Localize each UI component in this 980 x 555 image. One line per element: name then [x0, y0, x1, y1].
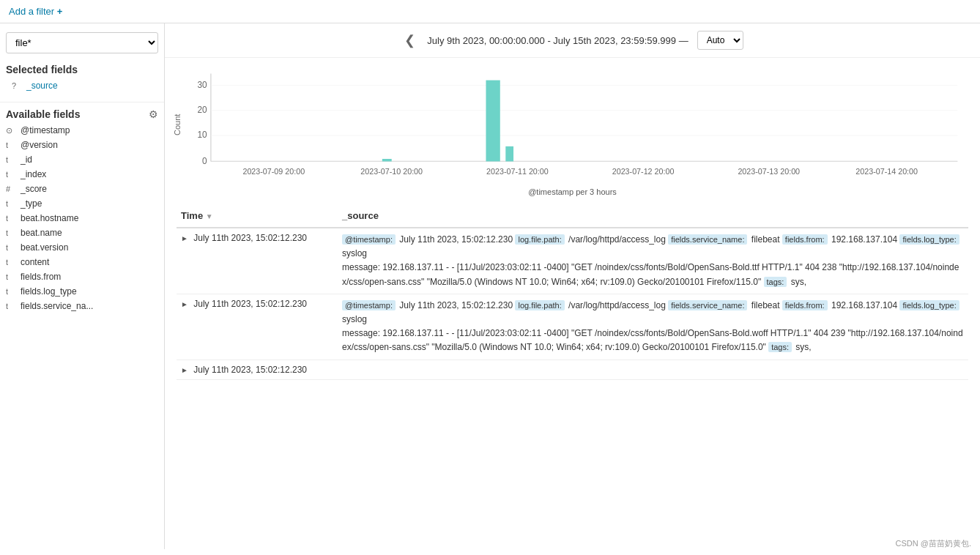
svg-text:2023-07-10 20:00: 2023-07-10 20:00 [360, 166, 423, 175]
index-pattern-selector[interactable]: file* [0, 29, 164, 56]
field-name-beat-version: beat.version [21, 242, 68, 253]
field-item-type[interactable]: t _type [0, 196, 164, 211]
available-fields-list: ⊙ @timestamp t @version t _id t _index #… [0, 123, 164, 313]
field-type-t8: t [6, 258, 16, 267]
field-name-beat-name: beat.name [21, 228, 62, 238]
field-item-timestamp[interactable]: ⊙ @timestamp [0, 123, 164, 138]
source-col-label: _source [342, 210, 379, 221]
field-name-id: _id [21, 154, 32, 165]
field-item-fields-service-name[interactable]: t fields.service_na... [0, 299, 164, 313]
field-type-t11: t [6, 302, 16, 310]
svg-rect-16 [382, 159, 392, 161]
time-cell: ► July 11th 2023, 15:02:12.230 [177, 228, 338, 294]
field-type-t4: t [6, 199, 16, 208]
field-tag-timestamp: @timestamp: [342, 234, 396, 245]
main-layout: file* Selected fields ? _source Availabl… [0, 23, 980, 549]
watermark: CSDN @苗苗奶黄包. [896, 538, 971, 549]
table-row: ► July 11th 2023, 15:02:12.230 @timestam… [177, 228, 968, 294]
add-filter-link[interactable]: Add a filter + [9, 6, 62, 17]
field-type-t9: t [6, 272, 16, 281]
field-tag-service-name: fields.service_name: [668, 234, 747, 245]
source-cell: @timestamp: July 11th 2023, 15:02:12.230… [338, 228, 968, 294]
svg-rect-18 [505, 146, 513, 162]
chart-area: Count 0 10 20 30 2023-07-09 2 [165, 58, 980, 204]
svg-text:2023-07-09 20:00: 2023-07-09 20:00 [242, 166, 305, 175]
interval-select[interactable]: Auto [697, 31, 743, 50]
date-range-text: July 9th 2023, 00:00:00.000 - July 15th … [427, 35, 688, 46]
svg-text:0: 0 [202, 156, 207, 166]
available-fields-header: Available fields ⚙ [0, 105, 164, 123]
field-type-t1: t [6, 141, 16, 149]
field-type-t10: t [6, 287, 16, 296]
field-tag-fields-from: fields.from: [782, 234, 828, 245]
col-header-source: _source [338, 204, 968, 228]
field-name-source: _source [26, 81, 58, 91]
field-tag-logfilepath2: log.file.path: [515, 300, 564, 310]
field-item-beat-name[interactable]: t beat.name [0, 226, 164, 240]
field-item-score[interactable]: # _score [0, 182, 164, 196]
field-tag-tags1: tags: [764, 277, 787, 287]
field-item-version[interactable]: t @version [0, 138, 164, 152]
expand-button[interactable]: ► [181, 300, 191, 308]
field-name-type: _type [21, 198, 42, 209]
source-cell: @timestamp: July 11th 2023, 15:02:12.230… [338, 294, 968, 360]
selected-field-source[interactable]: ? _source [6, 78, 158, 93]
field-name-fields-service-name: fields.service_na... [21, 301, 93, 311]
field-item-index[interactable]: t _index [0, 167, 164, 182]
available-fields-title: Available fields [6, 108, 80, 120]
field-item-fields-from[interactable]: t fields.from [0, 269, 164, 284]
col-header-time[interactable]: Time ▼ [177, 204, 338, 228]
field-item-content[interactable]: t content [0, 255, 164, 269]
collapse-button[interactable]: ❮ [401, 32, 418, 48]
chart-svg: 0 10 20 30 2023-07-09 20:00 2023-07-10 2… [179, 65, 965, 182]
expand-button[interactable]: ► [181, 234, 191, 242]
field-item-beat-version[interactable]: t beat.version [0, 240, 164, 255]
field-item-fields-log-type[interactable]: t fields.log_type [0, 284, 164, 299]
sort-icon: ▼ [206, 212, 213, 220]
time-col-label: Time [181, 210, 203, 221]
gear-icon[interactable]: ⚙ [149, 108, 158, 120]
plus-icon: + [57, 6, 63, 17]
time-value: July 11th 2023, 15:02:12.230 [193, 299, 307, 309]
add-filter-label: Add a filter [9, 6, 54, 17]
svg-text:30: 30 [197, 80, 207, 90]
field-name-score: _score [21, 184, 47, 194]
field-type-t2: t [6, 155, 16, 164]
time-cell: ► July 11th 2023, 15:02:12.230 [177, 360, 338, 379]
selected-fields-section: Selected fields ? _source [0, 61, 164, 99]
field-name-fields-from: fields.from [21, 272, 61, 282]
table-row: ► July 11th 2023, 15:02:12.230 @timestam… [177, 294, 968, 360]
time-value: July 11th 2023, 15:02:12.230 [193, 233, 307, 243]
svg-text:2023-07-12 20:00: 2023-07-12 20:00 [612, 166, 675, 175]
field-name-fields-log-type: fields.log_type [21, 286, 77, 297]
field-item-id[interactable]: t _id [0, 152, 164, 167]
selected-fields-title: Selected fields [6, 64, 158, 75]
source-cell [338, 360, 968, 379]
sidebar: file* Selected fields ? _source Availabl… [0, 23, 165, 549]
index-pattern-select[interactable]: file* [6, 32, 158, 53]
field-type-t6: t [6, 228, 16, 237]
table-row: ► July 11th 2023, 15:02:12.230 [177, 360, 968, 379]
field-name-content: content [21, 257, 49, 267]
main-content: ❮ July 9th 2023, 00:00:00.000 - July 15t… [165, 23, 980, 549]
top-bar: Add a filter + [0, 0, 980, 23]
field-name-index: _index [21, 169, 46, 179]
x-axis-label: @timestamp per 3 hours [179, 187, 965, 196]
field-type-hash: # [6, 185, 16, 193]
field-type-t5: t [6, 214, 16, 223]
y-axis-label: Count [173, 114, 182, 135]
field-item-beat-hostname[interactable]: t beat.hostname [0, 211, 164, 226]
svg-text:20: 20 [197, 105, 207, 115]
svg-text:2023-07-11 20:00: 2023-07-11 20:00 [486, 166, 549, 175]
field-tag-logfilepath: log.file.path: [515, 234, 564, 245]
time-value: July 11th 2023, 15:02:12.230 [193, 365, 307, 375]
field-tag-fields-log-type: fields.log_type: [899, 234, 959, 245]
field-name-version: @version [21, 140, 58, 150]
svg-text:2023-07-14 20:00: 2023-07-14 20:00 [855, 166, 918, 175]
field-tag-service-name2: fields.service_name: [668, 300, 747, 310]
time-cell: ► July 11th 2023, 15:02:12.230 [177, 294, 338, 360]
svg-text:10: 10 [197, 130, 207, 140]
expand-button[interactable]: ► [181, 366, 191, 374]
field-type-clock: ⊙ [6, 126, 16, 135]
field-type-t7: t [6, 243, 16, 252]
